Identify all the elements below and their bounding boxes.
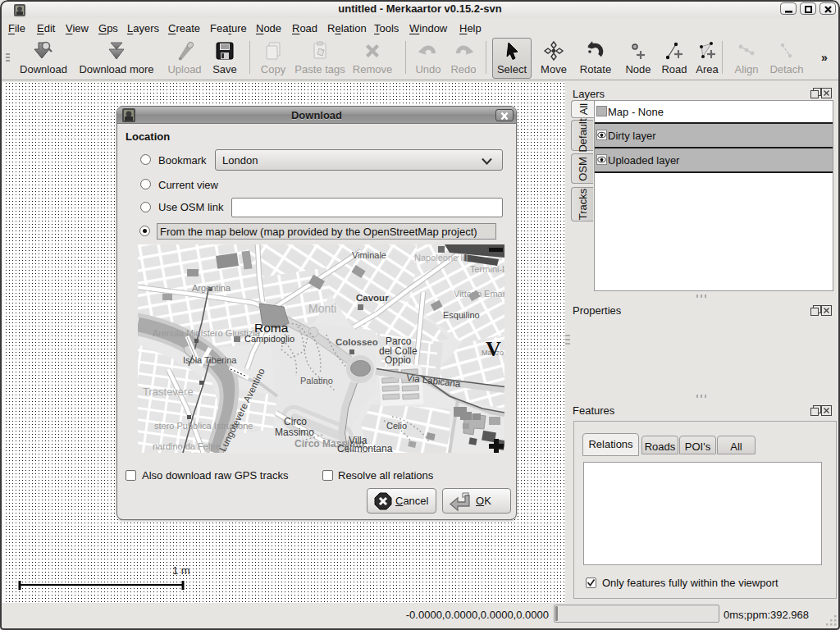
- svg-text:Colosseo: Colosseo: [336, 337, 378, 347]
- svg-text:V: V: [486, 337, 501, 361]
- svg-text:Viminale: Viminale: [352, 250, 386, 260]
- svg-text:1 m: 1 m: [172, 564, 190, 577]
- svg-text:Roma: Roma: [254, 321, 289, 335]
- svg-text:nardino da Feltre: nardino da Feltre: [153, 441, 221, 451]
- svg-text:Vittorio Emanuele: Vittorio Emanuele: [454, 289, 504, 299]
- svg-text:Celimontana: Celimontana: [337, 443, 393, 453]
- svg-text:Trastevere: Trastevere: [143, 386, 194, 398]
- svg-text:Isola Tiberina: Isola Tiberina: [183, 355, 237, 365]
- svg-text:Palatino: Palatino: [300, 376, 333, 386]
- svg-text:Campidoglio: Campidoglio: [244, 334, 294, 344]
- svg-text:Argentina: Argentina: [192, 283, 231, 293]
- svg-text:Esquilino: Esquilino: [443, 310, 480, 320]
- svg-text:Massimo: Massimo: [275, 427, 314, 438]
- svg-text:Termini-La: Termini-La: [470, 264, 504, 274]
- svg-text:Napoleone III: Napoleone III: [414, 253, 468, 262]
- svg-text:Celio: Celio: [386, 421, 407, 431]
- svg-text:Monti: Monti: [308, 302, 336, 315]
- svg-text:Cavour: Cavour: [356, 293, 389, 303]
- svg-text:Circo: Circo: [284, 416, 307, 427]
- svg-text:Oppio: Oppio: [385, 354, 411, 366]
